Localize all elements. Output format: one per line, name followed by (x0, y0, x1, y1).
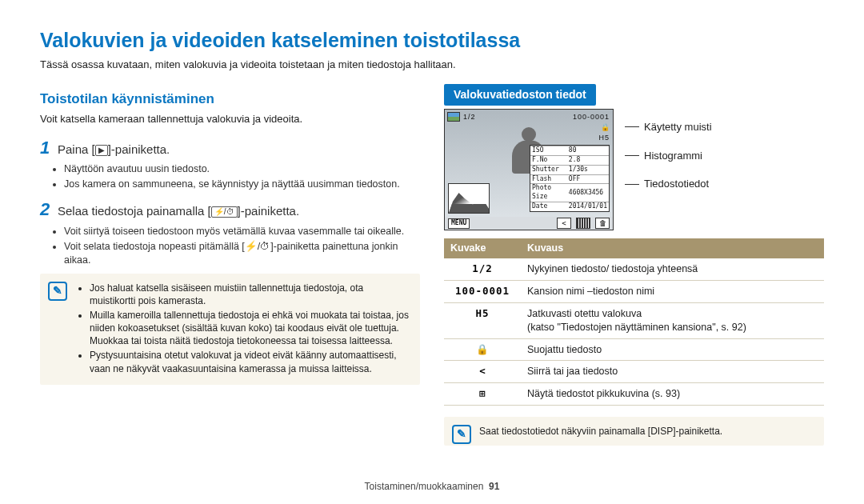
histogram-icon (448, 183, 490, 214)
info-fno-value: 2.8 (567, 155, 609, 165)
note-2: Muilla kameroilla tallennettuja tiedosto… (90, 309, 410, 348)
info-date-label: Date (530, 202, 567, 210)
step-2: 2 Selaa tiedostoja painamalla [⚡/⏱]-pain… (40, 198, 420, 222)
page-footer: Toistaminen/muokkaaminen 91 (0, 480, 864, 493)
thumbnails-icon[interactable] (576, 218, 590, 229)
section-heading-playback: Toistotilan käynnistäminen (40, 90, 420, 109)
play-button-icon: ▶ (95, 145, 108, 156)
callout-fileinfo: Tiedostotiedot (644, 177, 709, 191)
row-desc-folder: Kansion nimi –tiedoston nimi (521, 280, 824, 302)
memory-icon (447, 112, 460, 122)
step-2-text-after: ]-painiketta. (238, 204, 300, 218)
section-sub: Voit katsella kameraan tallennettuja val… (40, 112, 420, 126)
row-icon-continuous: H5 (444, 302, 521, 338)
info-shutter-label: Shutter (530, 165, 567, 174)
row-desc-continuous: Jatkuvasti otettu valokuva (katso "Tiedo… (521, 302, 824, 338)
row-desc-counter: Nykyinen tiedosto/ tiedostoja yhteensä (521, 258, 824, 280)
note-icon: ✎ (452, 425, 471, 444)
step-1-text-before: Paina [ (58, 142, 95, 156)
footer-section: Toistaminen/muokkaaminen (365, 481, 484, 492)
info-flash-label: Flash (530, 174, 567, 184)
step-2-bullet-1: Voit siirtyä toiseen tiedostoon myös vet… (64, 225, 420, 238)
delete-icon[interactable]: 🗑 (595, 218, 610, 229)
file-info-panel: ISO80 F.No2.8 Shutter1/30s FlashOFF Phot… (530, 145, 610, 212)
subsection-heading-photo-info: Valokuvatiedoston tiedot (444, 84, 596, 106)
info-shutter-value: 1/30s (567, 165, 609, 174)
note-box-left: ✎ Jos haluat katsella sisäiseen muistiin… (40, 274, 420, 385)
row-desc-share: Siirrä tai jaa tiedosto (521, 361, 824, 383)
info-flash-value: OFF (567, 174, 609, 184)
camera-preview: 1/2 100-0001 🔒 H5 ISO80 F.No2.8 Shutter1… (444, 109, 614, 230)
step-1-bullet-2: Jos kamera on sammuneena, se käynnistyy … (64, 178, 420, 191)
step-1-text-after: ]-painiketta. (108, 142, 170, 156)
row-desc-grid: Näytä tiedostot pikkukuvina (s. 93) (521, 383, 824, 406)
lock-icon: 🔒 (601, 122, 610, 132)
row-icon-share: < (444, 361, 521, 383)
row-icon-counter: 1/2 (444, 258, 521, 280)
info-iso-label: ISO (530, 146, 567, 156)
step-1-bullet-1: Näyttöön avautuu uusin tiedosto. (64, 162, 420, 176)
continuous-badge: H5 (598, 133, 610, 142)
note-3: Pystysuuntaisina otetut valokuvat ja vid… (90, 349, 410, 374)
preview-counter: 1/2 (463, 112, 476, 122)
table-row: 🔒Suojattu tiedosto (444, 338, 824, 361)
note-icon: ✎ (48, 282, 67, 301)
flash-timer-icon: ⚡/⏱ (211, 206, 238, 218)
preview-folder: 100-0001 (573, 112, 610, 122)
table-header-desc: Kuvaus (521, 238, 824, 258)
info-fno-label: F.No (530, 155, 567, 165)
icon-description-table: Kuvake Kuvaus 1/2Nykyinen tiedosto/ tied… (444, 238, 824, 406)
page-intro: Tässä osassa kuvataan, miten valokuvia j… (40, 58, 824, 72)
share-icon[interactable]: < (557, 218, 571, 229)
step-2-bullets: Voit siirtyä toiseen tiedostoon myös vet… (64, 225, 420, 267)
note-1: Jos haluat katsella sisäiseen muistiin t… (90, 282, 410, 307)
callout-memory: Käytetty muisti (644, 120, 712, 134)
row-icon-grid: ⊞ (444, 383, 521, 406)
step-2-text-before: Selaa tiedostoja painamalla [ (58, 204, 211, 218)
row-desc-lock: Suojattu tiedosto (521, 338, 824, 361)
menu-button[interactable]: MENU (448, 218, 470, 229)
table-header-icon: Kuvake (444, 238, 521, 258)
step-2-number: 2 (40, 198, 51, 222)
step-1: 1 Paina [▶]-painiketta. (40, 136, 420, 160)
row-icon-folder: 100-0001 (444, 280, 521, 302)
step-1-bullets: Näyttöön avautuu uusin tiedosto. Jos kam… (64, 162, 420, 191)
table-row: 1/2Nykyinen tiedosto/ tiedostoja yhteens… (444, 258, 824, 280)
info-date-value: 2014/01/01 (567, 202, 609, 210)
page-title: Valokuvien ja videoiden katseleminen toi… (40, 27, 824, 54)
note-disp: Saat tiedostotiedot näkyviin painamalla … (479, 426, 722, 437)
callout-labels: Käytetty muisti Histogrammi Tiedostotied… (625, 120, 712, 191)
step-1-number: 1 (40, 136, 51, 160)
step-2-bullet-2: Voit selata tiedostoja nopeasti pitämäll… (64, 240, 420, 267)
row-icon-lock: 🔒 (444, 338, 521, 361)
callout-histogram: Histogrammi (644, 149, 702, 163)
info-size-value: 4608X3456 (567, 184, 609, 202)
info-size-label: Photo Size (530, 184, 567, 202)
note-box-right: ✎ Saat tiedostotiedot näkyviin painamall… (444, 417, 824, 446)
table-row: 100-0001Kansion nimi –tiedoston nimi (444, 280, 824, 302)
info-iso-value: 80 (567, 146, 609, 156)
table-row: H5Jatkuvasti otettu valokuva (katso "Tie… (444, 302, 824, 338)
table-row: <Siirrä tai jaa tiedosto (444, 361, 824, 383)
table-row: ⊞Näytä tiedostot pikkukuvina (s. 93) (444, 383, 824, 406)
footer-page: 91 (489, 481, 499, 492)
